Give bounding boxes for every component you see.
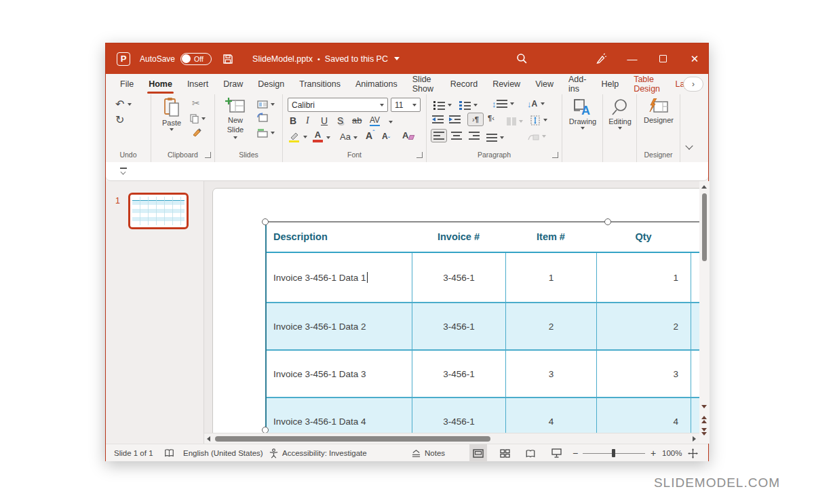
reading-view-button[interactable] [522,444,539,462]
customize-toolbar-button[interactable] [119,168,128,175]
right-to-left-button[interactable]: ¶‹ [488,114,495,122]
previous-slide-button[interactable] [701,416,707,424]
tab-help[interactable]: Help [594,74,626,94]
cell-description[interactable]: Invoice 3-456-1 Data 2 [267,303,412,349]
scroll-right-icon[interactable] [693,436,696,442]
cell-item[interactable]: 1 [505,253,596,302]
tab-slide-show[interactable]: Slide Show [405,74,443,94]
editing-button[interactable]: Editing [604,98,636,130]
strikethrough-button[interactable]: ab [352,115,362,125]
tab-animations[interactable]: Animations [348,74,405,94]
language-indicator[interactable]: English (United States) [183,444,263,462]
text-direction-button[interactable]: ↓A [527,98,545,110]
designer-button[interactable]: Designer [640,98,678,124]
header-qty[interactable]: Qty [596,222,691,252]
coming-soon-button[interactable] [591,43,611,74]
cell-qty[interactable]: 4 [596,398,691,433]
notes-button[interactable]: Notes [411,444,445,462]
columns-button[interactable] [507,115,523,128]
decrease-indent-button[interactable] [432,115,444,123]
next-slide-button[interactable] [701,428,707,436]
paragraph-dialog-launcher[interactable] [552,152,558,158]
section-button[interactable] [257,127,275,139]
tab-draw[interactable]: Draw [216,74,250,94]
convert-to-smartart-button[interactable] [527,130,546,142]
tab-transitions[interactable]: Transitions [292,74,348,94]
vertical-scrollbar-thumb[interactable] [702,193,707,261]
cell-extra[interactable] [691,351,699,397]
cell-qty[interactable]: 1 [596,253,691,302]
font-name-select[interactable]: Calibri [288,98,388,112]
cell-description[interactable]: Invoice 3-456-1 Data 3 [267,351,412,397]
drawing-button[interactable]: A Drawing [566,98,600,130]
cell-invoice[interactable]: 3-456-1 [412,303,505,349]
paste-button[interactable]: Paste [157,97,187,131]
comments-button-partial[interactable]: › [683,77,703,92]
numbering-button[interactable] [459,99,478,111]
cut-button[interactable]: ✂ [192,98,200,108]
align-text-button[interactable] [530,114,547,126]
zoom-in-button[interactable]: + [651,444,656,462]
header-description[interactable]: Description [267,222,412,252]
search-button[interactable] [511,43,532,74]
zoom-slider-thumb[interactable] [612,449,615,457]
cell-extra[interactable] [691,398,699,433]
horizontal-scrollbar-thumb[interactable] [215,436,490,442]
zoom-out-button[interactable]: − [573,444,578,462]
align-right-button[interactable] [469,132,480,140]
tab-table-design[interactable]: Table Design [626,74,667,94]
header-invoice[interactable]: Invoice # [412,222,505,252]
slide-layout-button[interactable] [257,98,275,111]
normal-view-button[interactable] [469,444,487,462]
zoom-level[interactable]: 100% [662,444,682,462]
redo-button[interactable]: ↻ [115,115,124,125]
cell-item[interactable]: 4 [505,398,596,433]
italic-button[interactable]: I [306,115,309,126]
cell-extra[interactable] [691,253,699,302]
format-painter-button[interactable] [192,127,203,138]
scroll-up-icon[interactable] [701,185,707,189]
tab-record[interactable]: Record [443,74,485,94]
selection-handle-top-left[interactable] [262,218,269,225]
tab-view[interactable]: View [528,74,561,94]
powerpoint-app-icon[interactable]: P [117,52,130,66]
decrease-font-size-button[interactable]: Aˇ [382,130,390,142]
invoice-table[interactable]: Description Invoice # Item # Qty Invoice… [265,222,699,433]
line-spacing-button[interactable]: ↕ [492,98,514,110]
save-icon[interactable] [222,54,233,64]
highlight-color-button[interactable] [288,131,307,143]
character-spacing-button[interactable]: AV [370,115,380,126]
vertical-scrollbar[interactable] [699,181,710,444]
slide-thumbnail[interactable] [128,193,189,229]
bold-button[interactable]: B [290,115,296,126]
font-color-button[interactable]: A [313,130,323,142]
horizontal-scrollbar[interactable] [204,433,699,444]
scroll-left-icon[interactable] [207,436,210,442]
close-button[interactable]: ✕ [682,43,707,74]
reset-slide-button[interactable] [257,113,268,122]
cell-invoice[interactable]: 3-456-1 [412,253,505,302]
autosave-toggle[interactable]: Off [180,53,212,65]
minimize-button[interactable]: — [621,43,643,74]
accessibility-status[interactable]: Accessibility: Investigate [282,444,367,462]
slide-indicator[interactable]: Slide 1 of 1 [114,444,153,462]
collapse-ribbon-button[interactable] [686,143,692,149]
selection-handle-top-center[interactable] [604,218,611,225]
new-slide-button[interactable]: New Slide [219,97,252,139]
document-title[interactable]: SlideModel.pptx • Saved to this PC [252,54,400,64]
slideshow-view-button[interactable] [547,444,565,462]
underline-button[interactable]: U [321,115,328,126]
increase-indent-button[interactable] [449,115,461,123]
text-shadow-button[interactable]: S [337,115,343,126]
header-item[interactable]: Item # [505,222,596,252]
spell-check-button[interactable] [164,444,174,462]
cell-qty[interactable]: 3 [596,351,691,397]
copy-button[interactable] [190,113,206,125]
align-center-button[interactable] [451,132,462,140]
header-extra[interactable] [691,222,699,252]
slide-sorter-view-button[interactable] [496,444,513,462]
cell-item[interactable]: 2 [505,303,596,349]
tab-home[interactable]: Home [141,74,180,94]
clipboard-dialog-launcher[interactable] [205,152,211,158]
maximize-button[interactable] [652,43,674,74]
